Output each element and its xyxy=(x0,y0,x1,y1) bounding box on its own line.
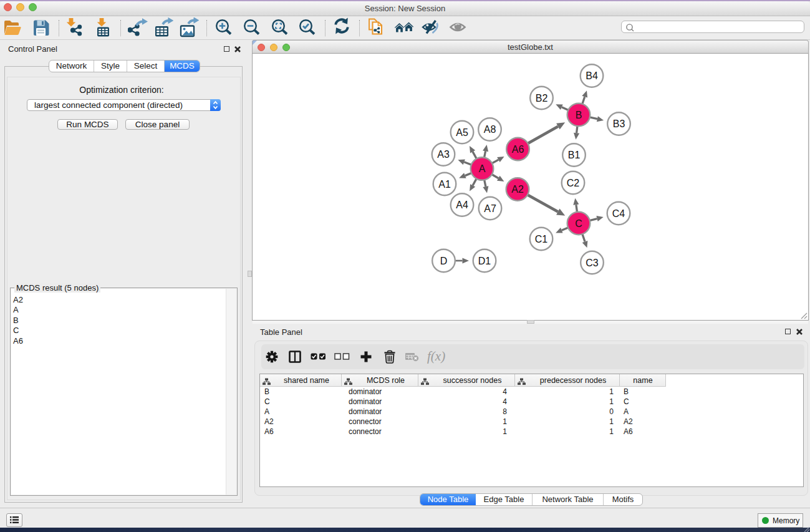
svg-text:A8: A8 xyxy=(484,124,496,135)
svg-text:C1: C1 xyxy=(535,234,548,244)
svg-text:D1: D1 xyxy=(478,256,491,266)
svg-text:B1: B1 xyxy=(568,150,581,160)
svg-text:C: C xyxy=(575,218,582,229)
svg-text:B: B xyxy=(576,110,582,120)
svg-text:A2: A2 xyxy=(511,184,524,195)
svg-text:B3: B3 xyxy=(613,118,625,129)
svg-text:C2: C2 xyxy=(567,178,580,188)
svg-text:A3: A3 xyxy=(437,149,450,160)
svg-text:C3: C3 xyxy=(586,258,599,268)
svg-text:A7: A7 xyxy=(484,203,496,214)
svg-text:A: A xyxy=(479,163,486,174)
svg-text:B4: B4 xyxy=(586,70,598,81)
svg-text:D: D xyxy=(440,256,448,266)
svg-text:A5: A5 xyxy=(456,127,468,138)
svg-text:A6: A6 xyxy=(512,144,524,155)
svg-text:B2: B2 xyxy=(536,93,548,104)
svg-text:A1: A1 xyxy=(438,179,451,190)
svg-text:A4: A4 xyxy=(456,200,468,210)
svg-text:C4: C4 xyxy=(612,208,625,219)
